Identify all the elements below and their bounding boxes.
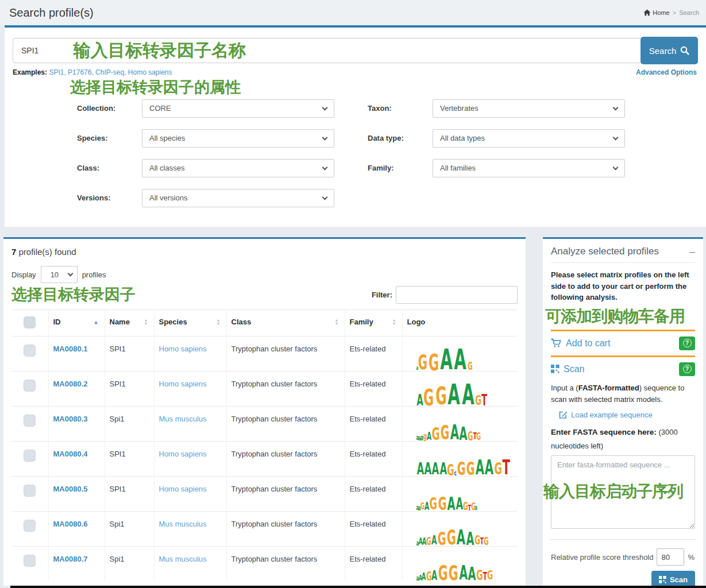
breadcrumb-home-label: Home <box>653 9 669 16</box>
fasta-sequence-textarea[interactable] <box>551 455 695 529</box>
advanced-options-link[interactable]: Advanced Options <box>636 68 697 76</box>
profile-id-link[interactable]: MA0080.7 <box>53 555 88 563</box>
examples-links: SPI1, P17676, ChIP-seq, Homo sapiens <box>49 68 172 76</box>
analyze-panel-header: Analyze selected profiles – <box>551 246 695 263</box>
search-meta-row: Examples: SPI1, P17676, ChIP-seq, Homo s… <box>13 68 698 76</box>
threshold-input[interactable] <box>657 548 684 566</box>
row-checkbox[interactable] <box>24 415 36 427</box>
table-row: MA0080.6Spi1Mus musculusTryptophan clust… <box>11 512 518 547</box>
versions-select[interactable]: All versions <box>142 189 334 207</box>
search-button[interactable]: Search <box>641 37 698 64</box>
column-header-label: Class <box>232 318 252 326</box>
examples: Examples: SPI1, P17676, ChIP-seq, Homo s… <box>13 68 172 76</box>
add-to-cart-link[interactable]: Add to cart <box>551 338 610 349</box>
example-link[interactable]: P17676 <box>68 68 91 76</box>
display-suffix: profiles <box>82 270 106 279</box>
column-header-species[interactable]: Species▲▼ <box>154 310 226 336</box>
filter-row: 选择目标转录因子 Filter: <box>11 284 518 305</box>
add-to-cart-label: Add to cart <box>566 338 610 349</box>
threshold-row: Relative profile score threshold % <box>551 548 695 566</box>
analyze-panel-intro: Please select matrix profiles on the lef… <box>551 269 695 303</box>
profile-family: Ets-related <box>345 336 402 372</box>
versions-label: Versions: <box>77 189 142 202</box>
family-select[interactable]: All families <box>433 159 625 177</box>
profile-name: Spi1 <box>105 512 154 547</box>
row-checkbox[interactable] <box>24 380 36 392</box>
search-input[interactable] <box>13 38 643 63</box>
datatype-select[interactable]: All data types <box>433 129 625 148</box>
examples-label: Examples: <box>13 68 47 76</box>
results-count: 7 profile(s) found <box>11 247 518 257</box>
collection-select[interactable]: CORE <box>142 99 334 118</box>
profile-id-link[interactable]: MA0080.4 <box>53 450 88 458</box>
load-example-label: Load example sequence <box>571 411 653 419</box>
select-all-checkbox[interactable] <box>24 316 36 328</box>
collapse-minus-icon[interactable]: – <box>689 246 695 257</box>
scan-label: Scan <box>564 364 584 374</box>
species-link[interactable]: Homo sapiens <box>159 380 207 388</box>
breadcrumb-home-link[interactable]: Home <box>643 9 669 16</box>
display-row: Display 10 profiles <box>11 266 518 283</box>
species-link[interactable]: Mus musculus <box>159 555 207 563</box>
cart-icon <box>551 338 562 348</box>
row-checkbox[interactable] <box>24 450 36 462</box>
chevron-down-icon <box>67 271 73 277</box>
fasta-entry-label-bold: Enter FASTA sequence here: <box>551 428 657 436</box>
example-link[interactable]: SPI1 <box>49 68 64 76</box>
class-select[interactable]: All classes <box>142 159 334 177</box>
profile-id-link[interactable]: MA0080.3 <box>53 415 88 423</box>
taxon-select[interactable]: Vertebrates <box>433 99 625 118</box>
search-row: Search 输入目标转录因子名称 <box>13 37 698 64</box>
example-link[interactable]: ChIP-seq <box>95 68 124 76</box>
row-checkbox[interactable] <box>24 345 36 357</box>
table-row: MA0080.3Spi1Mus musculusTryptophan clust… <box>11 407 518 442</box>
datatype-select-value: All data types <box>440 134 485 142</box>
column-header-name[interactable]: Name▲▼ <box>105 310 154 336</box>
scan-button[interactable]: Scan <box>651 571 695 586</box>
species-link[interactable]: Homo sapiens <box>159 485 207 493</box>
species-link[interactable]: Mus musculus <box>159 520 207 528</box>
species-link[interactable]: Homo sapiens <box>159 450 207 458</box>
profile-id-link[interactable]: MA0080.2 <box>53 380 88 388</box>
display-count-select[interactable]: 10 <box>41 266 78 283</box>
versions-select-value: All versions <box>149 194 187 202</box>
table-row: MA0080.4SPI1Homo sapiensTryptophan clust… <box>11 442 518 477</box>
species-select[interactable]: All species <box>142 129 334 148</box>
taxon-select-value: Vertebrates <box>440 104 479 113</box>
profile-name: SPI1 <box>105 442 154 477</box>
row-checkbox[interactable] <box>24 485 36 497</box>
profile-id-link[interactable]: MA0080.6 <box>53 520 88 528</box>
sequence-logo: aAAGAGGAAGTG <box>416 549 516 581</box>
profile-class: Tryptophan cluster factors <box>226 372 345 407</box>
add-to-cart-help-button[interactable]: ? <box>679 336 695 350</box>
species-link[interactable]: Homo sapiens <box>159 345 207 353</box>
filter-group: Filter: <box>372 286 518 304</box>
chevron-down-icon <box>322 105 328 110</box>
bottom-divider <box>10 586 706 588</box>
datatype-label: Data type: <box>368 129 433 142</box>
question-icon: ? <box>683 365 692 373</box>
annotation-select-attrs: 选择目标转录因子的属性 <box>70 79 698 96</box>
fasta-entry-label: Enter FASTA sequence here: (3000 nucleot… <box>551 425 695 454</box>
profile-id-link[interactable]: MA0080.5 <box>53 485 88 493</box>
threshold-label: Relative profile score threshold <box>551 553 653 562</box>
profile-class: Tryptophan cluster factors <box>226 407 345 442</box>
species-link[interactable]: Mus musculus <box>159 415 207 423</box>
load-example-link[interactable]: Load example sequence <box>559 411 653 419</box>
results-row: 7 profile(s) found Display 10 profiles 选… <box>3 237 703 586</box>
scan-help-button[interactable]: ? <box>679 362 695 376</box>
column-header-family[interactable]: Family▲▼ <box>345 310 402 336</box>
row-checkbox[interactable] <box>24 555 36 567</box>
table-row: MA0080.5SPI1Homo sapiensTryptophan clust… <box>11 477 518 512</box>
example-link[interactable]: Homo sapiens <box>128 68 172 76</box>
column-header-logo: Logo <box>402 310 518 336</box>
profiles-table: ID▲Name▲▼Species▲▼Class▲▼Family▲▼Logo MA… <box>11 310 518 581</box>
scan-section: Scan ? Input a (FASTA-formatted) sequenc… <box>551 355 695 586</box>
scan-link[interactable]: Scan <box>551 364 584 374</box>
column-header-class[interactable]: Class▲▼ <box>226 310 345 336</box>
family-label: Family: <box>368 159 433 172</box>
filter-input[interactable] <box>396 286 518 304</box>
profile-id-link[interactable]: MA0080.1 <box>53 345 88 353</box>
row-checkbox[interactable] <box>24 520 36 532</box>
column-header-id[interactable]: ID▲ <box>48 310 105 336</box>
